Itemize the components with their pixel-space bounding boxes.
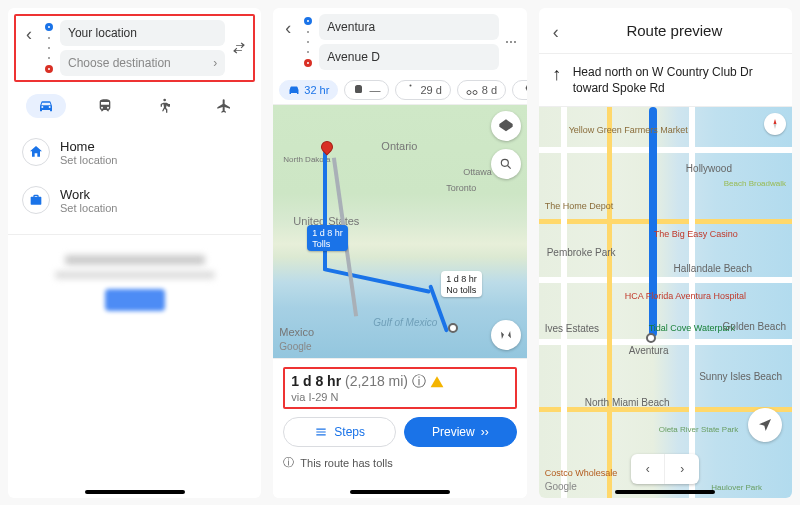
- prev-step-button[interactable]: ‹: [631, 454, 665, 484]
- recenter-button[interactable]: [491, 320, 521, 350]
- swap-button[interactable]: [229, 20, 249, 76]
- back-button[interactable]: ‹: [279, 14, 297, 70]
- route-via: via I-29 N: [291, 391, 508, 403]
- briefcase-icon: [22, 186, 50, 214]
- search-map-button[interactable]: [491, 149, 521, 179]
- highlight-box-summary: 1 d 8 hr (2,218 mi) ⓘ via I-29 N: [283, 367, 516, 409]
- no-tolls-badge[interactable]: 1 d 8 hr No tolls: [441, 271, 482, 297]
- mode-walk[interactable]: 29 d: [395, 80, 450, 100]
- map-label-toronto: Toronto: [446, 183, 476, 193]
- svg-point-0: [467, 91, 471, 95]
- mode-walk[interactable]: [144, 94, 184, 118]
- destination-pin-icon: [319, 139, 336, 156]
- travel-modes: 32 hr — 29 d 8 d 10 hr: [273, 76, 526, 105]
- mode-transit[interactable]: [85, 94, 125, 118]
- back-button[interactable]: ‹: [547, 18, 565, 43]
- poi-home-depot: The Home Depot: [545, 201, 614, 211]
- route-note-text: This route has tolls: [300, 457, 392, 469]
- city-north-miami: North Miami Beach: [585, 397, 670, 408]
- promo-blurred: [8, 234, 261, 335]
- mode-walk-time: 29 d: [420, 84, 441, 96]
- compass-button[interactable]: [764, 113, 786, 135]
- origin-input[interactable]: Aventura: [319, 14, 498, 40]
- work-label: Work: [60, 187, 117, 202]
- poi-hospital: HCA Florida Aventura Hospital: [625, 291, 746, 301]
- saved-work[interactable]: Work Set location: [8, 176, 261, 224]
- mode-drive[interactable]: 32 hr: [279, 80, 338, 100]
- chevron-double-right-icon: ››: [481, 425, 489, 439]
- origin-input[interactable]: Your location: [60, 20, 225, 46]
- mode-bike[interactable]: 8 d: [457, 80, 506, 100]
- steps-label: Steps: [334, 425, 365, 439]
- origin-marker-icon: [448, 323, 458, 333]
- info-small-icon: ⓘ: [283, 455, 294, 470]
- city-oleta: Oleta River State Park: [659, 425, 739, 434]
- saved-home[interactable]: Home Set location: [8, 128, 261, 176]
- overflow-button[interactable]: ⋯: [503, 14, 521, 70]
- origin-value: Your location: [68, 26, 137, 40]
- info-icon[interactable]: ⓘ: [412, 373, 426, 389]
- next-step-button[interactable]: ›: [665, 454, 699, 484]
- route-summary-sheet: 1 d 8 hr (2,218 mi) ⓘ via I-29 N Steps P…: [273, 358, 526, 498]
- step-nav: ‹ ›: [631, 454, 699, 484]
- destination-input[interactable]: Avenue D: [319, 44, 498, 70]
- map-label-gulf: Gulf of Mexico: [373, 317, 437, 328]
- city-broadwalk: Beach Broadwalk: [724, 179, 786, 188]
- map-label-mexico: Mexico: [279, 326, 314, 338]
- route-duration: 1 d 8 hr: [291, 373, 341, 389]
- route-distance: (2,218 mi): [345, 373, 408, 389]
- preview-label: Preview: [432, 425, 475, 439]
- screen-route-preview: ‹ Route preview ↑ Head north on W Countr…: [539, 8, 792, 498]
- svg-point-1: [473, 91, 477, 95]
- mode-rideshare[interactable]: 10 hr: [512, 80, 527, 100]
- current-step: ↑ Head north on W Country Club Dr toward…: [539, 54, 792, 107]
- recenter-button[interactable]: [748, 408, 782, 442]
- step-instruction: Head north on W Country Club Dr toward S…: [573, 64, 780, 96]
- origin-dot-icon: [304, 17, 312, 25]
- alt-route-badge[interactable]: 1 d 8 hr Tolls: [307, 225, 348, 251]
- home-indicator: [350, 490, 450, 494]
- screen-directions-setup: ‹ Your location Choose destination ›: [8, 8, 261, 498]
- mode-transit[interactable]: —: [344, 80, 389, 100]
- home-subtitle: Set location: [60, 154, 117, 166]
- map[interactable]: United States Ontario Ottawa Toronto Nor…: [273, 105, 526, 358]
- destination-placeholder: Choose destination: [68, 56, 171, 70]
- home-indicator: [615, 490, 715, 494]
- map-label-ottawa: Ottawa: [463, 167, 492, 177]
- google-logo: Google: [545, 481, 577, 492]
- city-ives: Ives Estates: [545, 323, 599, 334]
- layers-button[interactable]: [491, 111, 521, 141]
- poi-costco: Costco Wholesale: [545, 468, 618, 478]
- mode-flight[interactable]: [204, 94, 244, 118]
- origin-dot-icon: [45, 23, 53, 31]
- home-icon: [22, 138, 50, 166]
- dest-pin-icon: [304, 59, 312, 67]
- saved-places: Home Set location Work Set location: [8, 124, 261, 228]
- work-subtitle: Set location: [60, 202, 117, 214]
- arrow-up-icon: ↑: [551, 64, 563, 85]
- home-label: Home: [60, 139, 117, 154]
- preview-button[interactable]: Preview ››: [404, 417, 517, 447]
- travel-modes: [8, 88, 261, 124]
- current-position-icon: [646, 333, 656, 343]
- destination-value: Avenue D: [327, 50, 379, 64]
- city-sunny: Sunny Isles Beach: [699, 371, 782, 382]
- destination-input[interactable]: Choose destination ›: [60, 50, 225, 76]
- city-hallandale: Hallandale Beach: [674, 263, 752, 274]
- screen-route-overview: ‹ Aventura Avenue D ⋯ 32 hr —: [273, 8, 526, 498]
- chevron-right-icon: ›: [213, 56, 217, 70]
- route-note: ⓘ This route has tolls: [283, 455, 516, 470]
- promo-button[interactable]: [105, 289, 165, 311]
- route-endpoint-indicator: [42, 20, 56, 76]
- page-title: Route preview: [565, 22, 784, 39]
- tolls-warning-icon: [430, 375, 444, 389]
- poi-casino: The Big Easy Casino: [654, 229, 738, 239]
- map-label-ontario: Ontario: [381, 140, 417, 152]
- steps-button[interactable]: Steps: [283, 417, 396, 447]
- map[interactable]: Yellow Green Farmers Market The Home Dep…: [539, 107, 792, 498]
- back-button[interactable]: ‹: [20, 20, 38, 76]
- mode-transit-time: —: [369, 84, 380, 96]
- city-haulover: Haulover Park: [711, 483, 762, 492]
- poi-farmers-market: Yellow Green Farmers Market: [569, 125, 688, 135]
- mode-drive[interactable]: [26, 94, 66, 118]
